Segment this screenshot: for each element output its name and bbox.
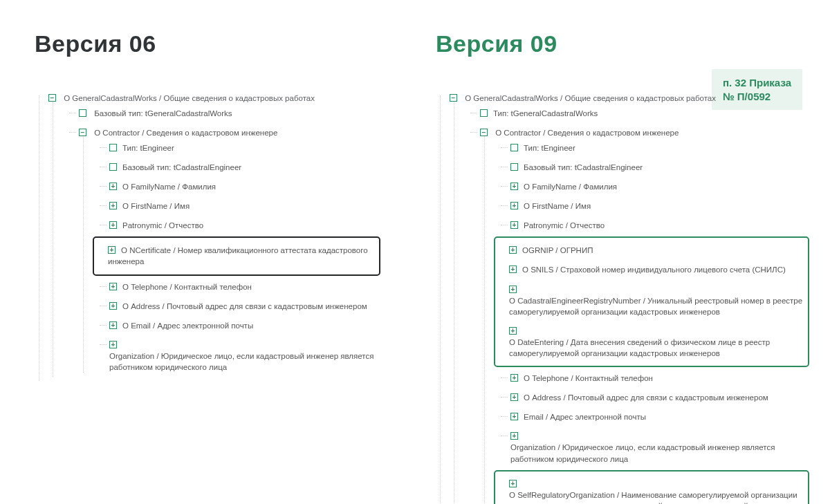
leaf-icon[interactable] — [510, 163, 518, 171]
expand-icon[interactable]: + — [509, 265, 517, 273]
badge-line1: п. 32 Приказа — [723, 76, 791, 90]
node-type-engineer[interactable]: Тип: tEngineer — [122, 144, 174, 152]
node-base-cadastral-engineer[interactable]: Базовый тип: tCadastralEngineer — [524, 163, 643, 171]
expand-icon[interactable]: + — [509, 327, 517, 335]
schema-tree-v06: − О GeneralCadastralWorks / Общие сведен… — [35, 88, 380, 386]
expand-icon[interactable]: + — [109, 341, 117, 348]
node-base-cadastral-engineer[interactable]: Базовый тип: tCadastralEngineer — [122, 163, 241, 171]
node-contractor[interactable]: О Contractor / Сведения о кадастровом ин… — [495, 129, 679, 137]
leaf-icon[interactable] — [109, 163, 117, 171]
collapse-icon[interactable]: − — [48, 94, 56, 102]
expand-icon[interactable]: + — [109, 202, 117, 209]
expand-icon[interactable]: + — [509, 480, 517, 487]
highlight-added-1: +OGRNIP / ОГРНИП +О SNILS / Страховой но… — [494, 236, 809, 367]
node-date-entering[interactable]: О DateEntering / Дата внесения сведений … — [509, 337, 804, 359]
node-self-regulatory-org[interactable]: О SelfRegulatoryOrganization / Наименова… — [509, 489, 804, 504]
node-familyname[interactable]: О FamilyName / Фамилия — [524, 183, 617, 191]
expand-icon[interactable]: + — [510, 183, 518, 190]
node-organization[interactable]: Organization / Юридическое лицо, если ка… — [109, 351, 380, 373]
node-base-type[interactable]: Базовый тип: tGeneralCadastralWorks — [94, 109, 232, 118]
expand-icon[interactable]: + — [510, 413, 518, 420]
leaf-icon[interactable] — [79, 109, 86, 117]
expand-icon[interactable]: + — [510, 202, 518, 209]
expand-icon[interactable]: + — [109, 321, 117, 329]
leaf-icon[interactable] — [480, 109, 488, 117]
expand-icon[interactable]: + — [509, 246, 517, 254]
heading-version-09: Версия 09 — [436, 28, 809, 61]
node-general[interactable]: О GeneralCadastralWorks / Общие сведения… — [465, 94, 716, 102]
node-patronymic[interactable]: Patronymic / Отчество — [524, 221, 605, 230]
expand-icon[interactable]: + — [109, 283, 117, 290]
node-snils[interactable]: О SNILS / Страховой номер индивидуальног… — [522, 265, 786, 274]
node-telephone[interactable]: О Telephone / Контактный телефон — [524, 374, 653, 382]
highlight-removed: +О NCertificate / Номер квалификационног… — [93, 236, 380, 275]
node-organization[interactable]: Organization / Юридическое лицо, если ка… — [510, 442, 808, 464]
node-type-general[interactable]: Тип: tGeneralCadastralWorks — [493, 109, 598, 118]
node-firstname[interactable]: О FirstName / Имя — [524, 202, 591, 210]
node-registry-number[interactable]: О CadastralEngineerRegistryNumber / Уник… — [509, 295, 804, 317]
expand-icon[interactable]: + — [510, 221, 518, 229]
expand-icon[interactable]: + — [510, 432, 518, 440]
node-firstname[interactable]: О FirstName / Имя — [122, 202, 190, 210]
expand-icon[interactable]: + — [509, 286, 517, 293]
node-address[interactable]: О Address / Почтовый адрес для связи с к… — [122, 302, 367, 310]
node-type-engineer[interactable]: Тип: tEngineer — [524, 144, 575, 152]
node-email[interactable]: О Email / Адрес электронной почты — [122, 321, 253, 330]
collapse-icon[interactable]: − — [450, 94, 457, 102]
heading-version-06: Версия 06 — [35, 28, 380, 61]
leaf-icon[interactable] — [510, 144, 518, 151]
schema-tree-v09: − О GeneralCadastralWorks / Общие сведен… — [436, 88, 809, 504]
expand-icon[interactable]: + — [510, 393, 518, 401]
node-patronymic[interactable]: Patronymic / Отчество — [122, 221, 203, 230]
node-contractor[interactable]: О Contractor / Сведения о кадастровом ин… — [94, 129, 277, 137]
highlight-added-2: +О SelfRegulatoryOrganization / Наименов… — [494, 470, 809, 504]
node-familyname[interactable]: О FamilyName / Фамилия — [122, 183, 216, 191]
node-ogrnip[interactable]: OGRNIP / ОГРНИП — [522, 246, 593, 254]
leaf-icon[interactable] — [109, 144, 117, 151]
node-ncertificate[interactable]: О NCertificate / Номер квалификационного… — [108, 246, 368, 265]
collapse-icon[interactable]: − — [79, 129, 86, 136]
node-address[interactable]: О Address / Почтовый адрес для связи с к… — [524, 393, 768, 402]
node-email[interactable]: Email / Адрес электронной почты — [524, 413, 646, 421]
expand-icon[interactable]: + — [109, 302, 117, 310]
collapse-icon[interactable]: − — [480, 129, 488, 136]
node-telephone[interactable]: О Telephone / Контактный телефон — [122, 283, 252, 291]
expand-icon[interactable]: + — [108, 246, 116, 254]
expand-icon[interactable]: + — [109, 221, 117, 229]
expand-icon[interactable]: + — [510, 374, 518, 382]
node-general[interactable]: О GeneralCadastralWorks / Общие сведения… — [64, 94, 315, 102]
expand-icon[interactable]: + — [109, 183, 117, 190]
